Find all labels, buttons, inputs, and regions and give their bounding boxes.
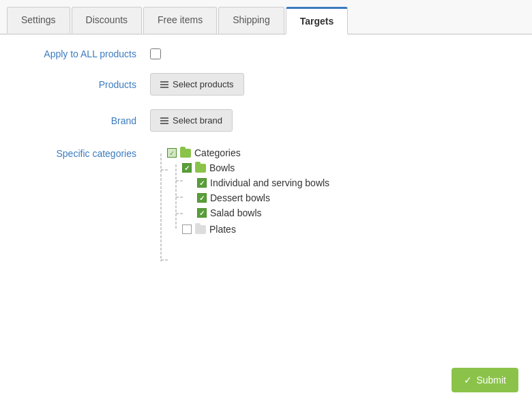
bowls-folder-icon xyxy=(195,164,206,173)
tree-node-salad-bowls[interactable]: Salad bowls xyxy=(180,205,329,220)
salad-bowls-label: Salad bowls xyxy=(210,207,262,218)
salad-bowls-checkbox[interactable] xyxy=(197,208,207,218)
tabs-container: Settings Discounts Free items Shipping T… xyxy=(0,0,532,35)
select-products-label: Select products xyxy=(173,79,234,89)
select-brand-button[interactable]: Select brand xyxy=(150,109,233,132)
bowls-checkbox[interactable] xyxy=(182,163,192,173)
lines-icon-2 xyxy=(160,117,168,124)
bowls-label: Bowls xyxy=(209,162,235,173)
plates-folder-icon xyxy=(195,225,206,234)
content-area: Apply to ALL products Products Select pr… xyxy=(0,35,532,264)
products-label: Products xyxy=(20,79,150,90)
specific-categories-row: Specific categories Categories xyxy=(20,145,512,237)
select-brand-label: Select brand xyxy=(173,115,222,126)
individual-bowls-checkbox[interactable] xyxy=(197,178,207,188)
brand-label: Brand xyxy=(20,115,150,126)
category-tree: Categories Bowls xyxy=(150,145,329,237)
apply-all-checkbox[interactable] xyxy=(150,48,161,59)
lines-icon xyxy=(160,81,168,88)
select-products-button[interactable]: Select products xyxy=(150,73,244,96)
tree-node-bowls[interactable]: Bowls xyxy=(165,160,329,175)
tree-node-individual-bowls[interactable]: Individual and serving bowls xyxy=(180,175,329,190)
specific-categories-label: Specific categories xyxy=(20,145,150,159)
tree-node-dessert-bowls[interactable]: Dessert bowls xyxy=(180,190,329,205)
categories-label: Categories xyxy=(194,147,241,158)
tab-shipping[interactable]: Shipping xyxy=(218,7,284,33)
categories-folder-icon xyxy=(180,149,191,158)
tab-discounts[interactable]: Discounts xyxy=(72,7,142,33)
tab-settings[interactable]: Settings xyxy=(7,7,70,33)
tab-targets[interactable]: Targets xyxy=(286,7,349,35)
apply-all-row: Apply to ALL products xyxy=(20,48,512,59)
tab-free-items[interactable]: Free items xyxy=(143,7,217,33)
submit-label: Submit xyxy=(476,375,506,386)
tree-node-categories[interactable]: Categories xyxy=(150,145,329,160)
submit-button[interactable]: ✓ Submit xyxy=(452,368,518,392)
submit-check-icon: ✓ xyxy=(464,375,472,386)
brand-row: Brand Select brand xyxy=(20,109,512,132)
products-row: Products Select products xyxy=(20,73,512,96)
apply-all-label: Apply to ALL products xyxy=(20,48,150,59)
individual-bowls-label: Individual and serving bowls xyxy=(210,177,329,188)
categories-checkbox[interactable] xyxy=(167,148,177,158)
plates-checkbox[interactable] xyxy=(182,224,192,234)
tree-node-plates[interactable]: Plates xyxy=(165,222,329,237)
dessert-bowls-checkbox[interactable] xyxy=(197,193,207,203)
plates-label: Plates xyxy=(209,224,236,235)
dessert-bowls-label: Dessert bowls xyxy=(210,192,270,203)
